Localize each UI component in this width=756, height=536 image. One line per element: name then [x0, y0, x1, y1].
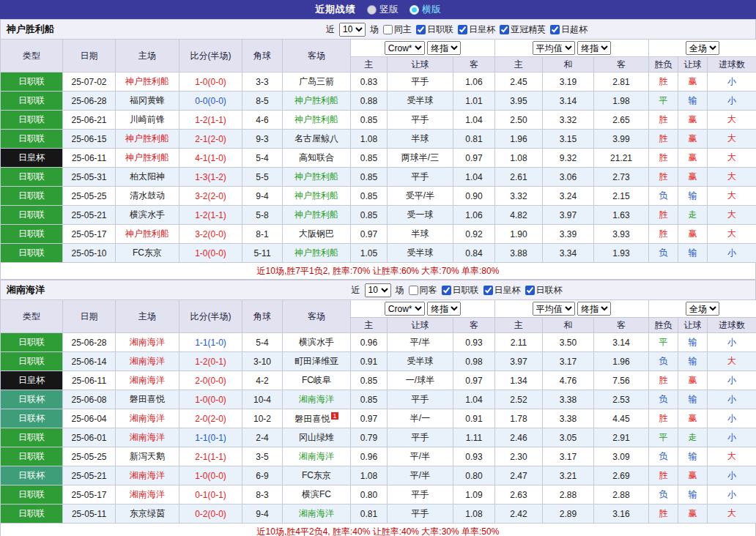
- home-team: 神户胜利船: [116, 72, 179, 92]
- league-checkbox[interactable]: [483, 286, 493, 295]
- match-date: 25-06-01: [63, 428, 116, 447]
- match-count-select[interactable]: 10: [339, 23, 366, 37]
- handicap-select-cell: Crow* 终指: [351, 300, 495, 318]
- odds-provider-select[interactable]: Crow*: [385, 41, 425, 55]
- league-filter[interactable]: 日皇杯: [458, 23, 495, 36]
- result-goals: 大: [708, 225, 756, 244]
- league-checkbox[interactable]: [550, 25, 560, 34]
- league-badge: 日职联: [1, 428, 63, 447]
- away-team: 高知联合: [283, 149, 351, 168]
- scope-select[interactable]: 全场: [686, 302, 719, 316]
- league-filter[interactable]: 亚冠精英: [500, 23, 546, 36]
- same-venue-filter[interactable]: 同主: [383, 23, 412, 36]
- match-score: 2-1(2-0): [179, 130, 242, 149]
- horizontal-layout-radio[interactable]: 横版: [410, 3, 441, 16]
- matches-label: 场: [370, 23, 379, 36]
- match-score: 1-0(0-0): [179, 466, 242, 485]
- handicap-line: 平/半: [388, 447, 453, 466]
- avg-odds-home: 2.63: [495, 485, 543, 505]
- away-team: 神户胜利船: [283, 206, 351, 225]
- league-filter[interactable]: 日皇杯: [483, 284, 521, 297]
- avg-time-select[interactable]: 终指: [577, 41, 611, 55]
- league-checkbox[interactable]: [525, 286, 535, 295]
- avg-odds-draw: 3.17: [543, 447, 594, 466]
- odds-provider-select[interactable]: Crow*: [385, 302, 425, 316]
- result-goals: 大: [708, 352, 756, 371]
- match-row: 日职联25-06-28福冈黄蜂0-0(0-0)8-5神户胜利船0.88受半球1.…: [1, 92, 756, 111]
- corners-score: 10-2: [242, 409, 283, 428]
- col-header-score: 比分(半场): [179, 300, 242, 333]
- league-badge: 日联杯: [1, 390, 63, 409]
- result-outcome: 胜: [649, 371, 678, 390]
- match-score: 0-0(0-0): [179, 92, 242, 111]
- col-header-avg-home: 主: [495, 57, 543, 72]
- vertical-layout-radio[interactable]: 竖版: [368, 3, 399, 16]
- avg-odds-away: 2.81: [594, 72, 649, 92]
- league-filter[interactable]: 日职联: [416, 23, 453, 36]
- handicap-line: 受平/半: [388, 187, 453, 206]
- same-venue-checkbox[interactable]: [409, 286, 418, 295]
- result-goals: 小: [708, 72, 756, 92]
- league-filter[interactable]: 日联杯: [525, 284, 563, 297]
- avg-odds-home: 3.97: [495, 352, 543, 371]
- matches-body: 日职联25-06-28湘南海洋1-1(1-0)5-4横滨水手0.96平/半0.9…: [1, 333, 756, 524]
- result-goals: 小: [708, 485, 756, 505]
- handicap-line: 平手: [388, 390, 453, 409]
- corners-score: 9-3: [242, 130, 283, 149]
- handicap-odds-home: 0.85: [351, 187, 388, 206]
- handicap-line: 受一球: [388, 206, 453, 225]
- avg-odds-away: 7.56: [594, 371, 649, 390]
- home-team: 神户胜利船: [116, 130, 179, 149]
- scope-select[interactable]: 全场: [686, 41, 719, 55]
- result-outcome: 负: [649, 390, 678, 409]
- col-header-away: 客场: [283, 300, 351, 333]
- away-team: FC岐阜: [283, 371, 351, 390]
- avg-provider-select[interactable]: 平均值: [533, 41, 575, 55]
- corners-score: 5-4: [242, 333, 283, 352]
- home-team: 湘南海洋: [116, 485, 179, 505]
- col-header-goals-result: 进球数: [708, 318, 756, 333]
- handicap-line: 平/半: [388, 333, 453, 352]
- handicap-line: 平手: [388, 111, 453, 130]
- avg-odds-draw: 3.17: [543, 352, 594, 371]
- handicap-odds-away: 0.84: [453, 244, 495, 263]
- match-date: 25-06-28: [63, 333, 116, 352]
- odds-time-select[interactable]: 终指: [427, 302, 461, 316]
- result-outcome: 平: [649, 333, 678, 352]
- avg-odds-draw: 9.32: [543, 149, 594, 168]
- league-checkbox[interactable]: [500, 25, 509, 34]
- match-score: 1-2(1-1): [179, 111, 242, 130]
- handicap-select-cell: Crow* 终指: [351, 40, 495, 57]
- avg-odds-away: 2.69: [594, 466, 649, 485]
- avg-time-select[interactable]: 终指: [577, 302, 611, 316]
- handicap-line: 两球半/三: [388, 149, 453, 168]
- handicap-odds-home: 0.83: [351, 72, 388, 92]
- matches-label: 场: [396, 284, 404, 297]
- result-handicap: 赢: [678, 72, 708, 92]
- handicap-odds-away: 0.97: [453, 149, 495, 168]
- avg-odds-away: 2.15: [594, 187, 649, 206]
- league-filter[interactable]: 日职联: [442, 284, 479, 297]
- handicap-odds-home: 0.96: [351, 447, 388, 466]
- league-checkbox[interactable]: [458, 25, 467, 34]
- col-header-result: 胜负: [649, 57, 678, 72]
- home-team: 湘南海洋: [116, 371, 179, 390]
- corners-score: 2-4: [242, 428, 283, 447]
- home-team: 湘南海洋: [116, 352, 179, 371]
- avg-odds-away: 3.09: [594, 447, 649, 466]
- match-score: 1-0(0-0): [179, 244, 242, 263]
- col-header-avg-away: 客: [594, 318, 649, 333]
- match-count-select[interactable]: 10: [365, 283, 391, 297]
- away-team: 湘南海洋: [283, 447, 351, 466]
- result-goals: 大: [708, 206, 756, 225]
- avg-provider-select[interactable]: 平均值: [533, 302, 575, 316]
- match-score: 1-2(0-1): [179, 352, 242, 371]
- odds-time-select[interactable]: 终指: [427, 41, 461, 55]
- same-venue-filter[interactable]: 同客: [409, 284, 437, 297]
- col-header-corners: 角球: [242, 300, 283, 333]
- team-name: 神户胜利船: [7, 23, 164, 36]
- same-venue-checkbox[interactable]: [383, 25, 393, 34]
- league-filter[interactable]: 日超杯: [550, 23, 588, 36]
- league-checkbox[interactable]: [416, 25, 426, 34]
- league-checkbox[interactable]: [442, 286, 451, 295]
